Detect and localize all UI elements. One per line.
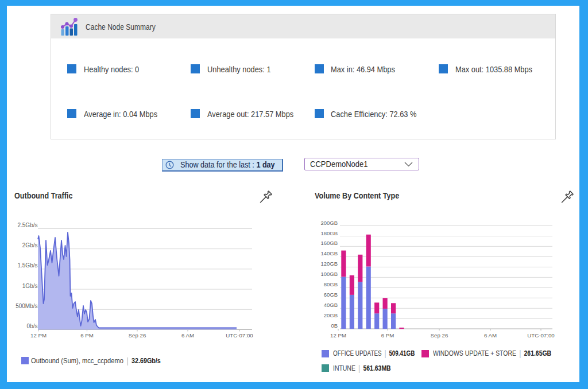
svg-text:6 PM: 6 PM [80, 332, 94, 339]
svg-text:2Gb/s: 2Gb/s [22, 242, 38, 248]
svg-text:60GB: 60GB [324, 291, 338, 298]
svg-text:1.5Gb/s: 1.5Gb/s [17, 262, 37, 269]
svg-text:12 PM: 12 PM [330, 332, 346, 339]
svg-text:1Gb/s: 1Gb/s [22, 283, 38, 289]
svg-text:160GB: 160GB [320, 240, 338, 246]
svg-text:40GB: 40GB [324, 302, 338, 308]
svg-text:6 AM: 6 AM [181, 332, 194, 339]
svg-text:UTC-07:00: UTC-07:00 [226, 332, 253, 339]
svg-text:6 PM: 6 PM [381, 332, 394, 339]
svg-text:2.5Gb/s: 2.5Gb/s [17, 222, 37, 228]
svg-text:80GB: 80GB [324, 281, 338, 287]
svg-text:20GB: 20GB [324, 312, 338, 318]
svg-text:180GB: 180GB [320, 230, 338, 236]
svg-text:Sep 26: Sep 26 [431, 332, 448, 339]
svg-text:500Mb/s: 500Mb/s [16, 303, 37, 309]
svg-text:100GB: 100GB [320, 271, 338, 277]
svg-text:UTC-07:00: UTC-07:00 [527, 332, 555, 339]
svg-text:Sep 26: Sep 26 [129, 332, 146, 339]
svg-text:6 AM: 6 AM [484, 332, 497, 339]
svg-text:0b/s: 0b/s [27, 323, 38, 329]
svg-text:200GB: 200GB [320, 220, 338, 226]
svg-text:0B: 0B [331, 322, 338, 329]
svg-text:12 PM: 12 PM [30, 332, 47, 339]
svg-text:120GB: 120GB [320, 260, 338, 267]
svg-text:140GB: 140GB [320, 250, 338, 256]
